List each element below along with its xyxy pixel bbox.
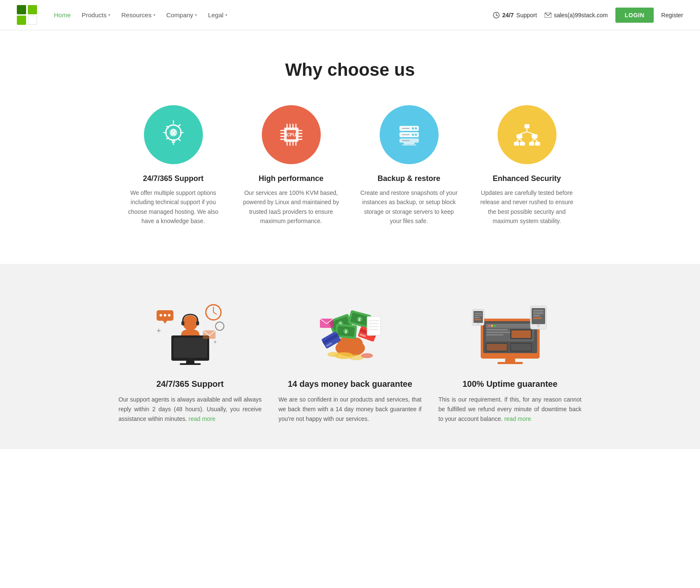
login-button[interactable]: LOGIN [615,8,654,23]
email-info: sales(a)99stack.com [545,12,608,19]
svg-text:+: + [157,327,161,335]
svg-rect-68 [196,321,199,325]
nav-products[interactable]: Products ▾ [77,8,114,22]
feature-support-title: 24/7/365 Support [143,174,203,183]
support-info: 24/7 Support [493,12,537,19]
svg-line-56 [532,138,535,142]
svg-rect-118 [487,329,508,330]
feature-performance-desc: Our services are 100% KVM based, powered… [241,188,342,226]
products-caret-icon: ▾ [108,13,110,17]
feature-security: Enhanced Security Updates are carefully … [476,105,578,226]
money-back-illustration: $ $ $ [308,293,392,369]
svg-point-39 [415,128,417,130]
svg-rect-61 [535,142,540,146]
svg-rect-53 [532,134,538,138]
security-icon-circle [498,105,556,164]
lightbulb-icon [159,120,188,149]
svg-point-136 [537,325,540,327]
svg-rect-143 [474,317,479,318]
nav-links: Home Products ▾ Resources ▾ Company ▾ Le… [50,8,493,22]
svg-rect-14 [171,139,176,141]
guarantee-support-title: 24/7/365 Support [156,379,224,389]
svg-rect-141 [474,313,482,314]
guarantee-uptime-desc: This is our requirement. If this, for an… [439,395,582,424]
features-grid: 24/7/365 Support We offer multiple suppo… [25,105,675,226]
svg-line-9 [178,125,180,126]
server-icon [394,120,424,149]
svg-rect-144 [474,319,481,320]
why-choose-us-section: Why choose us [0,30,700,264]
performance-icon-circle: CPU [262,105,321,164]
svg-rect-120 [487,334,503,335]
money-back-icon: $ $ $ [308,293,392,369]
network-tree-icon [512,120,542,149]
svg-line-50 [519,132,527,134]
backup-icon-circle [380,105,439,164]
navbar: Home Products ▾ Resources ▾ Company ▾ Le… [0,0,700,30]
legal-caret-icon: ▾ [225,13,227,17]
svg-rect-142 [474,315,482,316]
support-icon-circle [144,105,203,164]
svg-line-76 [213,312,217,314]
nav-legal[interactable]: Legal ▾ [204,8,232,22]
svg-line-55 [519,138,522,142]
svg-point-72 [164,314,166,317]
svg-point-116 [491,325,493,327]
svg-point-117 [494,325,496,327]
svg-rect-122 [511,330,531,338]
svg-rect-52 [516,134,522,138]
svg-line-57 [535,138,538,142]
svg-text:+: + [213,338,217,345]
svg-rect-134 [533,315,540,317]
svg-rect-63 [173,338,207,358]
guarantee-uptime-title: 100% Uptime guarantee [463,379,558,389]
svg-rect-46 [404,143,415,144]
svg-line-11 [178,139,180,141]
svg-point-71 [160,314,162,317]
svg-point-140 [477,323,479,325]
guarantees-section: + + 24/7/365 Support Our support agents … [0,264,700,449]
clock-icon [493,12,500,19]
feature-backup-desc: Create and restore snapshots of your ins… [359,188,460,226]
feature-backup: Backup & restore Create and restore snap… [359,105,460,226]
svg-point-41 [415,134,417,136]
feature-performance: CPU High performance Our services are 10… [241,105,342,226]
svg-rect-67 [181,321,184,325]
site-logo[interactable] [17,5,37,25]
guarantee-support-desc: Our support agents is always available a… [119,395,262,424]
register-link[interactable]: Register [661,12,683,19]
svg-rect-59 [520,142,525,146]
svg-line-2 [496,15,498,16]
nav-resources[interactable]: Resources ▾ [117,8,160,22]
svg-rect-47 [402,144,416,146]
resources-caret-icon: ▾ [153,13,155,17]
feature-security-title: Enhanced Security [492,174,561,183]
svg-rect-125 [487,344,507,351]
svg-rect-60 [529,142,534,146]
nav-home[interactable]: Home [50,8,75,22]
uptime-read-more-link[interactable]: read more [504,415,531,422]
nav-company[interactable]: Company ▾ [162,8,201,22]
svg-rect-48 [524,124,530,128]
chip-icon: CPU [277,120,306,149]
svg-rect-135 [533,317,542,319]
svg-point-115 [488,325,490,327]
support-read-more-link[interactable]: read more [189,415,216,422]
svg-line-54 [516,138,519,142]
support-agent-illustration: + + [148,293,232,369]
svg-line-51 [527,132,535,134]
svg-point-103 [327,352,339,357]
guarantees-grid: + + 24/7/365 Support Our support agents … [25,293,675,424]
feature-backup-title: Backup & restore [378,174,440,183]
svg-rect-82 [338,338,363,350]
company-caret-icon: ▾ [195,13,197,17]
svg-rect-58 [514,142,519,146]
feature-security-desc: Updates are carefully tested before rele… [476,188,578,226]
svg-text:CPU: CPU [286,132,296,137]
svg-point-66 [183,315,198,330]
svg-rect-15 [172,141,175,143]
guarantee-support: + + 24/7/365 Support Our support agents … [119,293,262,424]
svg-marker-70 [163,321,167,324]
guarantee-money-back-desc: We are so confident in our products and … [279,395,422,424]
feature-support: 24/7/365 Support We offer multiple suppo… [123,105,224,226]
